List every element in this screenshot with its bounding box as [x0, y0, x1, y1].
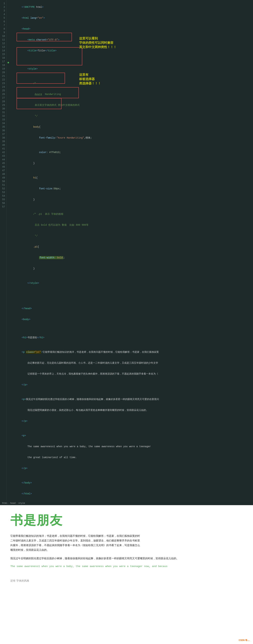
annotation-text-2: 这里有标签选择器类选择器！！！: [79, 73, 101, 86]
code-line-51: <p>: [10, 430, 253, 441]
preview-title: 书是朋友: [10, 512, 243, 529]
code-line-18: }: [10, 158, 253, 169]
code-line-49: </p>: [10, 416, 253, 426]
code-line-25: 且且 bold 也可以读为 数值 比如 800 900等: [10, 220, 253, 230]
code-line-29: }: [10, 263, 253, 274]
preview-p-english: The same awareness1 when you were a baby…: [10, 564, 243, 569]
preview-p2: 我见过午后明媚的阳光透过学校后面的小树林，随着徐徐微风轻轻地起舞，就像好多星星一…: [10, 556, 243, 561]
code-line-1: <!DOCTYPE html>: [10, 2, 253, 12]
code-line-37: <body>: [10, 314, 253, 325]
code-line-9: [10, 74, 253, 78]
code-line-8: <style>: [10, 64, 253, 74]
code-line-19: [10, 169, 253, 172]
code-line-27: .p1{: [10, 242, 253, 252]
preview-section: 书是朋友 它能带着我们畅游知识的海洋；书是老师，在我有问题不懂的时候，它能给我解…: [0, 505, 253, 644]
code-line-28: font-width: bold;: [10, 252, 253, 263]
annotation-text-1: 这里可以看到字体的类性可以同时兼容英文和中文两种类性！！！: [79, 36, 116, 50]
code-line-52: The same awareness1 when you were a baby…: [10, 441, 253, 452]
code-line-56: </body>: [10, 478, 253, 488]
code-line-6: [10, 56, 253, 60]
code-line-30: [10, 274, 253, 278]
code-line-45: </p>: [10, 380, 253, 390]
preview-p1: 它能带着我们畅游知识的海洋；书是老师，在我有问题不懂的时候，它能给我解答；书是家…: [10, 534, 243, 552]
code-line-42: <p class="p1">它能带着我们畅游知识的海洋，书是老师，在我有问题不懂…: [10, 347, 253, 358]
breadcrumb-sep-1: ›: [8, 502, 9, 504]
code-line-41: [10, 343, 253, 347]
code-line-53: the great luminaries2 of all time.: [10, 452, 253, 463]
code-line-44: 记得那是一个周末的早上，天有点冷，我包裹着被子把头伸向窗外，雨淅淅沥沥的下着，不…: [10, 368, 253, 380]
code-line-5: <title>Title</title>: [10, 45, 253, 56]
code-line-38: [10, 325, 253, 328]
code-line-23: [10, 205, 253, 209]
code-line-47: <p>我见过午后明媚的阳光透过学校后面的小树林，随着徐徐微风轻轻地起舞，就像好多…: [10, 394, 253, 405]
code-line-17: color: #7fe013;: [10, 147, 253, 158]
code-line-35: [10, 300, 253, 303]
code-line-39: [10, 328, 253, 332]
preview-footer: 还有 字体的风格: [10, 579, 243, 582]
code-line-2: <html lang="en">: [10, 12, 253, 24]
code-line-36: </head>: [10, 303, 253, 314]
code-line-48: 我见过隔壁阿姨家的小朋友，虽然还那么小，每当她从我手里抢走棒棒糖并塞到嘴里的时候…: [10, 405, 253, 416]
code-line-54: </p>: [10, 463, 253, 474]
line-numbers: 12345 678910 1112131415 1617181920 21222…: [0, 0, 6, 501]
code-line-3: <head>: [10, 24, 253, 34]
code-line-50: [10, 426, 253, 430]
code-line-57: </html>: [10, 488, 253, 499]
code-line-26: */: [10, 230, 253, 242]
breadcrumb-html: html: [2, 502, 7, 504]
code-line-40: <h1>书是朋友</h1>: [10, 332, 253, 343]
code-line-4: <meta charset="UTF-8">: [10, 34, 253, 45]
code-line-31: </style>: [10, 278, 253, 288]
breadcrumb-bar: html › head › style: [0, 501, 253, 505]
breadcrumb-sep-2: ›: [16, 502, 18, 504]
code-line-13: */: [10, 111, 253, 122]
code-line-15: font-family:"Axure Handwriting",楷体;: [10, 132, 253, 143]
code-line-34: [10, 296, 253, 300]
breadcrumb-style: style: [18, 502, 25, 504]
code-line-55: [10, 474, 253, 478]
code-line-33: [10, 292, 253, 296]
code-line-21: font-size:50px;: [10, 183, 253, 194]
code-line-12: 表示英文字体的样式 类似中文楷体的样式: [10, 100, 253, 111]
editor-section: 12345 678910 1112131415 1617181920 21222…: [0, 0, 253, 505]
code-line-43: 自记事的那天起，无论是幼儿园时看的连环画、小人书，还是一二年级时读的儿童文学，又…: [10, 358, 253, 368]
csdn-watermark: CSDN 等....: [239, 639, 250, 642]
active-indicator: [7, 62, 9, 63]
code-line-46: [10, 390, 253, 394]
code-editor: 12345 678910 1112131415 1617181920 21222…: [0, 0, 253, 501]
code-line-22: }: [10, 194, 253, 205]
breadcrumb-head: head: [10, 502, 15, 504]
code-line-32: [10, 288, 253, 292]
code-line-10: /*: [10, 78, 253, 89]
code-line-11: Axure Handwriting: [10, 89, 253, 100]
code-line-24: /* .p1 表示 字体的粗细: [10, 209, 253, 220]
code-line-7: [10, 60, 253, 64]
code-line-16: [10, 143, 253, 147]
code-line-14: body{: [10, 122, 253, 132]
code-line-20: h1{: [10, 172, 253, 183]
code-content[interactable]: <!DOCTYPE html> <html lang="en"> <head> …: [6, 0, 253, 501]
